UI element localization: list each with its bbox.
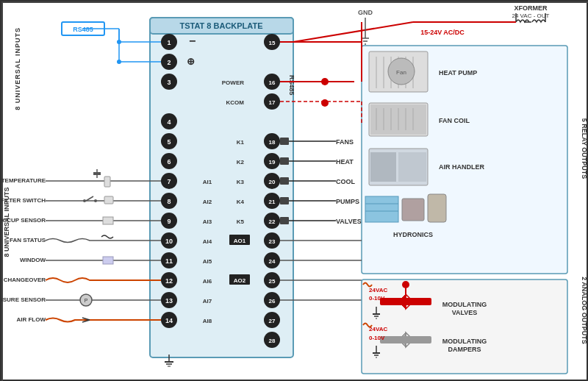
terminal-16 [264,74,280,90]
svg-text:P: P [85,298,88,303]
svg-text:AI3: AI3 [203,218,212,225]
svg-text:7: 7 [167,178,171,185]
svg-text:FANS: FANS [336,138,354,146]
terminal-6 [161,153,177,169]
svg-text:AO2: AO2 [234,277,246,284]
terminal-10 [161,232,177,249]
svg-line-127 [82,320,90,322]
occup-sensor-label: OCCUP SENSOR [1,217,46,224]
universal-inputs-label: 8 UNIVERSAL INPUTS [14,27,21,110]
svg-rect-101 [280,177,289,185]
svg-text:24VAC: 24VAC [369,326,387,332]
analog-vertical-label: 2 ANALOG OUTPUTS [581,277,588,344]
svg-rect-59 [229,235,250,245]
svg-text:K4: K4 [237,199,245,205]
svg-text:24: 24 [269,258,276,265]
svg-text:21: 21 [269,199,276,205]
svg-point-9 [321,99,329,107]
svg-text:3: 3 [167,79,171,86]
svg-text:HEAT: HEAT [336,158,354,165]
svg-rect-159 [104,177,110,187]
terminal-20 [264,173,280,189]
svg-text:AI1: AI1 [203,179,212,185]
relay-vertical-label: 5 RELAY OUTPUTS [581,118,588,179]
svg-rect-1 [150,18,293,357]
terminal-15 [264,34,280,50]
svg-text:VALVES: VALVES [336,218,362,225]
voltage-label: 15-24V AC/DC [420,29,465,36]
rs485-vertical: RS485 [288,75,295,96]
changeover-label: CHANGEOVER [4,277,46,283]
svg-text:AI7: AI7 [203,298,212,305]
terminal-13 [161,292,177,308]
temperature-label: TEMPERATURE [1,177,46,184]
svg-rect-140 [362,279,567,374]
window-label: WINDOW [20,257,46,263]
xformer-sublabel: 24 VAC - OUT [512,13,550,19]
svg-text:AI8: AI8 [203,318,212,324]
terminal-4 [161,113,177,129]
svg-rect-162 [103,257,113,264]
svg-text:0-10V: 0-10V [369,335,385,341]
svg-rect-99 [280,138,289,145]
svg-text:VALVES: VALVES [452,309,478,316]
svg-rect-103 [280,217,289,224]
svg-point-142 [402,281,409,288]
svg-text:20: 20 [269,179,276,185]
terminal-21 [264,193,280,209]
svg-point-76 [388,58,415,85]
svg-text:AI6: AI6 [203,278,212,285]
svg-rect-78 [369,103,428,136]
terminal-22 [264,213,280,229]
svg-rect-86 [369,149,428,185]
svg-text:15: 15 [269,40,276,46]
svg-text:17: 17 [269,99,276,106]
svg-text:K5: K5 [237,218,245,225]
svg-text:12: 12 [165,277,173,285]
svg-text:22: 22 [269,218,276,225]
svg-rect-61 [229,274,250,285]
svg-text:5: 5 [167,138,171,146]
svg-rect-100 [280,157,289,165]
rs485-label: RS485 [73,26,93,33]
terminal-7 [161,173,177,189]
svg-text:25: 25 [269,278,276,285]
svg-text:24VAC: 24VAC [369,287,387,293]
heat-pump-label: HEAT PUMP [439,69,477,76]
svg-text:8: 8 [167,198,171,205]
svg-rect-87 [370,152,396,182]
svg-text:4: 4 [167,118,171,126]
svg-text:9: 9 [167,218,171,225]
svg-text:10: 10 [165,238,173,245]
svg-text:COOL: COOL [336,178,356,185]
svg-rect-161 [103,217,113,224]
svg-text:⊕: ⊕ [187,56,195,67]
svg-text:K3: K3 [237,179,245,185]
svg-text:POWER: POWER [222,79,244,86]
svg-text:AI2: AI2 [203,199,212,205]
svg-point-109 [117,40,121,44]
svg-text:27: 27 [269,318,276,324]
svg-text:AO1: AO1 [234,238,246,244]
svg-text:6: 6 [167,158,171,165]
svg-text:11: 11 [165,257,173,265]
svg-text:18: 18 [269,139,276,146]
svg-rect-88 [398,152,426,182]
air-handler-label: AIR HANDLER [439,163,484,171]
gnd-label: GND [358,9,373,16]
svg-rect-160 [104,196,113,204]
terminal-28 [264,332,280,348]
svg-text:AI5: AI5 [203,258,212,265]
terminal-5 [161,133,177,149]
svg-rect-144 [380,336,431,343]
svg-text:PUMPS: PUMPS [336,198,359,205]
svg-point-124 [80,294,92,306]
air-flow-label: AIR FLOW [16,316,46,323]
svg-rect-69 [369,51,428,92]
terminal-19 [264,153,280,169]
terminal-27 [264,312,280,328]
svg-rect-92 [402,199,424,221]
fan-coil-label: FAN COIL [439,117,470,124]
svg-text:23: 23 [269,238,276,245]
svg-text:2: 2 [167,59,171,66]
